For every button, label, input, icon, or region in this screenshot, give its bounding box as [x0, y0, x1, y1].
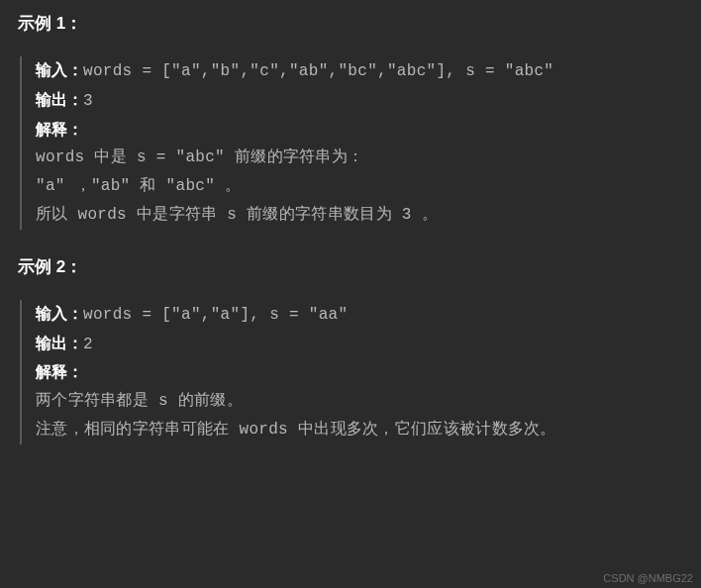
- input-value: words = ["a","b","c","ab","bc","abc"], s…: [83, 62, 553, 80]
- example-1-input-row: 输入：words = ["a","b","c","ab","bc","abc"]…: [36, 56, 683, 86]
- input-label: 输入：: [36, 305, 83, 322]
- example-1-explain-line-1: words 中是 s = "abc" 前缀的字符串为：: [36, 144, 683, 172]
- explain-label: 解释：: [36, 363, 83, 380]
- input-value: words = ["a","a"], s = "aa": [83, 306, 348, 324]
- example-2-input-row: 输入：words = ["a","a"], s = "aa": [36, 300, 683, 330]
- example-1-block: 输入：words = ["a","b","c","ab","bc","abc"]…: [20, 56, 683, 230]
- example-1-explain-line-2: "a" ，"ab" 和 "abc" 。: [36, 172, 683, 201]
- example-2-heading: 示例 2：: [18, 255, 683, 278]
- example-2-block: 输入：words = ["a","a"], s = "aa" 输出：2 解释： …: [20, 300, 683, 444]
- output-label: 输出：: [36, 335, 83, 351]
- output-value: 3: [83, 92, 93, 110]
- example-1-output-row: 输出：3: [36, 86, 683, 116]
- output-label: 输出：: [36, 91, 83, 108]
- explain-label: 解释：: [36, 121, 83, 138]
- example-1-explain-label-row: 解释：: [36, 116, 683, 145]
- watermark: CSDN @NMBG22: [603, 572, 693, 584]
- example-2-output-row: 输出：2: [36, 330, 683, 359]
- example-1-heading: 示例 1：: [18, 12, 683, 35]
- example-2-explain-line-1: 两个字符串都是 s 的前缀。: [36, 387, 683, 416]
- input-label: 输入：: [36, 61, 83, 78]
- example-2-explain-line-2: 注意，相同的字符串可能在 words 中出现多次，它们应该被计数多次。: [36, 416, 683, 444]
- example-2-explain-label-row: 解释：: [36, 358, 683, 387]
- output-value: 2: [83, 336, 93, 353]
- example-1-explain-line-3: 所以 words 中是字符串 s 前缀的字符串数目为 3 。: [36, 201, 683, 230]
